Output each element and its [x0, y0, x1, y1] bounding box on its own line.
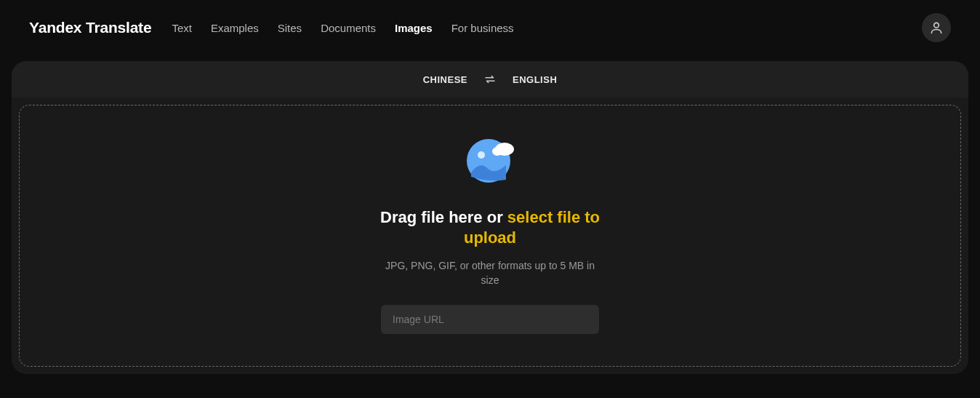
main-panel: CHINESE ENGLISH Drag file here or select	[12, 61, 968, 374]
drag-prefix: Drag file here or	[380, 208, 507, 226]
swap-languages-button[interactable]	[483, 73, 497, 86]
source-language[interactable]: CHINESE	[423, 74, 467, 85]
top-nav: Text Examples Sites Documents Images For…	[172, 22, 922, 34]
nav-for-business[interactable]: For business	[451, 22, 514, 34]
nav-images[interactable]: Images	[395, 22, 433, 34]
format-hint: JPG, PNG, GIF, or other formats up to 5 …	[377, 259, 603, 287]
nav-text[interactable]: Text	[172, 22, 192, 34]
file-dropzone[interactable]: Drag file here or select file to upload …	[19, 105, 961, 367]
svg-point-0	[934, 23, 939, 28]
account-button[interactable]	[922, 13, 951, 42]
nav-documents[interactable]: Documents	[321, 22, 376, 34]
nav-examples[interactable]: Examples	[211, 22, 259, 34]
dropzone-container: Drag file here or select file to upload …	[12, 97, 968, 374]
picture-illustration	[464, 138, 516, 187]
svg-point-2	[478, 151, 485, 159]
target-language[interactable]: ENGLISH	[513, 74, 557, 85]
language-bar: CHINESE ENGLISH	[12, 61, 968, 97]
svg-point-4	[492, 147, 502, 156]
image-url-input[interactable]	[381, 305, 599, 334]
logo[interactable]: Yandex Translate	[29, 19, 151, 36]
header: Yandex Translate Text Examples Sites Doc…	[0, 0, 980, 55]
nav-sites[interactable]: Sites	[278, 22, 302, 34]
swap-icon	[483, 73, 497, 86]
drag-instruction: Drag file here or select file to upload	[374, 207, 606, 249]
user-icon	[929, 20, 944, 35]
picture-icon	[464, 138, 516, 184]
